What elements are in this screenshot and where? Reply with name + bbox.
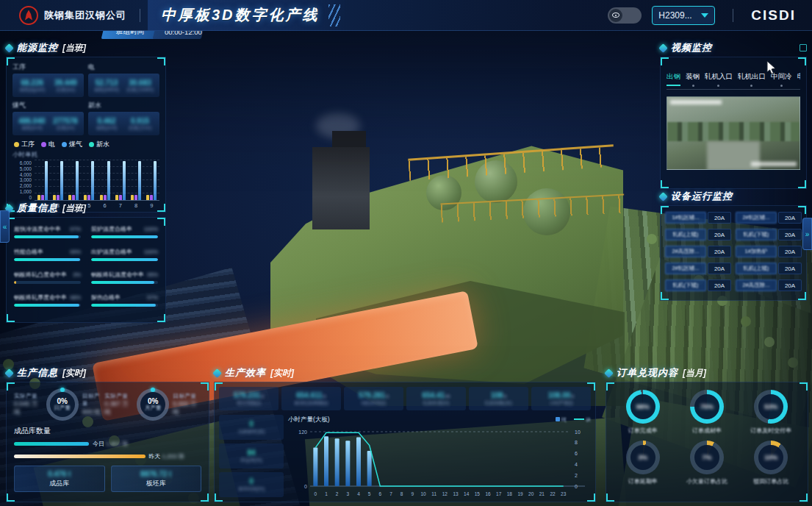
video-tab-3[interactable]: 轧机出口: [738, 72, 766, 85]
finished-store-card: 0.476 t 成品库: [14, 466, 105, 492]
svg-text:22: 22: [550, 491, 556, 496]
svg-text:120: 120: [298, 430, 307, 435]
company-name: 陕钢集团汉钢公司: [44, 9, 126, 22]
quality-item: 装炉温度合格率100%: [91, 225, 158, 238]
collapse-left-tab[interactable]: «: [0, 210, 10, 243]
cctv-machinery: [667, 122, 800, 141]
header-divider: [733, 9, 733, 22]
plate-id-dropdown[interactable]: H2309...: [652, 6, 715, 25]
svg-text:4: 4: [357, 491, 360, 496]
device-row: 2#高压除...20A: [665, 246, 731, 257]
company-logo: [19, 6, 38, 25]
header-bar: 陕钢集团汉钢公司 中厚板3D数字化产线 H2309... CISDI: [0, 0, 812, 31]
efficiency-stat-card: 108s 轧制块数(块): [469, 387, 528, 410]
slab-store-card: 8876.72 t 板坯库: [111, 466, 202, 492]
slab-store-value: 8876.72 t: [140, 470, 171, 480]
svg-text:10: 10: [420, 491, 426, 496]
panel-diamond-icon: [212, 368, 222, 378]
monthly-output-gauge: 0%月产量: [137, 388, 169, 421]
device-row: 1#轧区辅...20A: [665, 212, 731, 224]
svg-text:14: 14: [464, 491, 470, 496]
stock-bar: 昨天1,203 块: [14, 452, 201, 460]
svg-text:3: 3: [347, 491, 350, 496]
svg-text:16: 16: [485, 491, 491, 496]
slab-store-label: 板坯库: [146, 480, 166, 488]
quality-item: 探伤合格率97%: [91, 293, 158, 307]
svg-text:0: 0: [304, 484, 307, 489]
video-tab-0[interactable]: 出钢: [667, 72, 680, 85]
svg-text:18: 18: [507, 491, 513, 496]
quality-item: 超快冷温度命中率97%: [14, 225, 81, 238]
efficiency-title: 生产效率: [225, 366, 266, 380]
video-tab-1[interactable]: 装钢: [686, 72, 700, 85]
efficiency-stat-card: 579.281s 纯轧时间(s): [344, 387, 403, 410]
legend-item: 煤气: [62, 140, 82, 149]
quality-item: 性能合格率99%: [14, 248, 81, 261]
monthly-output-group: 实际产量 0.387 万吨 0%月产量 目标产量 5.000 万吨: [104, 388, 201, 421]
panel-diamond-icon: [658, 192, 668, 202]
energy-legend: 工序电煤气新水: [14, 140, 158, 149]
svg-text:7: 7: [389, 491, 392, 496]
device-monitor-panel: 设备运行监控 1#轧区辅...20A 2#轧区辅...20A 轧机(上辊)20A…: [660, 190, 807, 301]
legend-item: 块: [574, 416, 591, 424]
hourly-chart-title: 小时产量(大板): [288, 416, 330, 424]
svg-text:8: 8: [400, 491, 403, 496]
chevron-down-icon: [701, 13, 708, 18]
app-title-wrap: 中厚板3D数字化产线: [148, 0, 345, 31]
video-tab-5[interactable]: 电动热: [797, 72, 801, 85]
svg-text:6: 6: [575, 451, 578, 456]
legend-item: 新水: [89, 140, 109, 149]
order-gauge: 3% 订单延期率: [612, 441, 673, 485]
svg-text:13: 13: [453, 491, 459, 496]
efficiency-panel: 生产效率 [实时] 579.231s 道次间隔(s) 654.611s 单块轧制…: [214, 366, 596, 502]
quality-item: 钢板终轧厚度命中率98%: [14, 293, 81, 307]
production-panel: 生产信息 [实时] 实际产量 0.045 万吨 0%日产量 目标产量 900 吨: [6, 366, 209, 502]
energy-title: 能源监控: [17, 41, 58, 54]
hourly-chart-legend: 吨块: [556, 416, 591, 424]
production-title: 生产信息: [17, 366, 58, 380]
svg-text:9: 9: [412, 491, 414, 496]
production-title-suffix: [实时]: [62, 367, 86, 380]
device-row: 轧机(下辊)20A: [736, 229, 802, 240]
energy-card: 电 52.713单耗(kWh/t) 30.683总量(万kWh): [88, 63, 159, 97]
cctv-camera-label: [751, 162, 797, 166]
energy-chart-label: 小时单耗: [12, 151, 159, 160]
cisdi-logo: CISDI: [751, 7, 796, 24]
orders-title: 订单兑现内容: [617, 366, 678, 380]
daily-target-value: 900 吨: [82, 408, 105, 416]
dashboard-stage: 陕钢集团汉钢公司 中厚板3D数字化产线 H2309... CISDI: [0, 0, 812, 506]
orders-panel: 订单兑现内容 [当月] 98% 订单完成率 75% 订单成材率 53% 订单及时…: [606, 366, 808, 502]
efficiency-kpi-box: 84作业率(%): [219, 443, 284, 468]
hourly-output-chart: 小时产量(大板) 吨块 1200108642001234567891011121…: [288, 415, 591, 501]
device-row: 轧机(上辊)20A: [665, 229, 731, 240]
svg-text:8: 8: [575, 440, 578, 445]
device-row: 2#轧区辅...20A: [736, 212, 802, 224]
svg-text:0: 0: [575, 484, 578, 489]
efficiency-stat-card: 108.00s 小时产量(t): [531, 387, 591, 410]
app-title: 中厚板3D数字化产线: [161, 5, 320, 25]
device-row: 轧机(上辊)20A: [736, 263, 802, 274]
svg-text:20: 20: [528, 491, 534, 496]
cctv-timestamp: [670, 100, 722, 104]
expand-icon[interactable]: [800, 44, 807, 51]
collapse-right-tab[interactable]: »: [802, 218, 812, 250]
quality-item: 出炉温度合格率100%: [91, 248, 158, 261]
cctv-video-thumbnail[interactable]: [667, 96, 800, 170]
video-tab-2[interactable]: 轧机入口: [705, 72, 733, 85]
quality-title-suffix: [当班]: [62, 202, 86, 215]
efficiency-kpi-box: 0当班异常(块): [219, 415, 284, 440]
order-gauge: 10% 驳回订单占比: [741, 441, 802, 485]
svg-text:17: 17: [496, 491, 502, 496]
device-row: 2#高压除...20A: [736, 279, 802, 291]
plate-id-value: H2309...: [658, 10, 691, 21]
efficiency-title-suffix: [实时]: [270, 367, 294, 380]
svg-text:19: 19: [517, 491, 523, 496]
efficiency-stat-card: 579.231s 道次间隔(s): [219, 387, 279, 410]
monthly-target-value: 5.000 万吨: [173, 400, 201, 416]
quality-panel: 质量信息 [当班] 超快冷温度命中率97% 装炉温度合格率100% 性能合格率9…: [6, 202, 166, 323]
visibility-toggle[interactable]: [608, 7, 642, 24]
svg-text:1: 1: [325, 491, 328, 496]
order-gauge: 7% 小欠量订单占比: [676, 441, 737, 485]
device-row: 2#轧区辅...20A: [665, 263, 731, 274]
eye-icon: [609, 9, 622, 22]
